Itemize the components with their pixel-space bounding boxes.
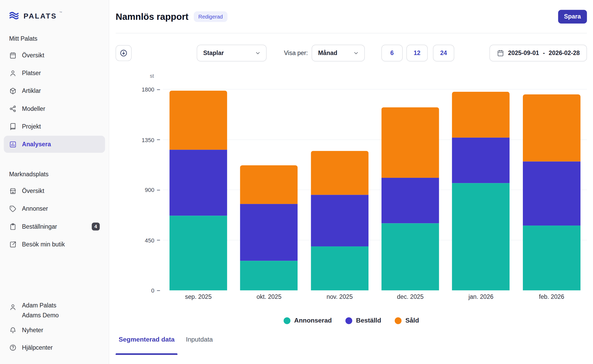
sidebar-item-label: Översikt: [22, 187, 44, 194]
chart-legend: AnnonseradBeställdSåld: [116, 317, 587, 325]
bar-segment-annonserad[interactable]: [311, 246, 368, 290]
sidebar-item-annonser[interactable]: Annonser: [4, 200, 105, 217]
tick-mark: [157, 290, 160, 291]
sidebar-item-nyheter[interactable]: Nyheter: [4, 321, 105, 338]
x-axis-label: sep. 2025: [163, 293, 234, 300]
tag-icon: [9, 205, 17, 213]
stacked-bar[interactable]: [382, 107, 439, 290]
range-12-button[interactable]: 12: [406, 45, 427, 62]
x-axis-label: dec. 2025: [375, 293, 446, 300]
chart-plot: [163, 89, 587, 290]
sidebar-item-analysera[interactable]: Analysera: [4, 136, 105, 153]
app-root: PALATS ™ Mitt Palats Översikt Platser: [0, 0, 593, 364]
save-button[interactable]: Spara: [558, 10, 587, 23]
sidebar-nav-mitt-palats: Översikt Platser Artiklar Modeller: [0, 46, 109, 153]
chart-body: 045090013501800: [116, 89, 587, 290]
range-24-button[interactable]: 24: [433, 45, 454, 62]
bar-segment-bestlld[interactable]: [240, 204, 298, 261]
stacked-bar[interactable]: [170, 90, 227, 290]
bell-icon: [9, 326, 17, 334]
bar-segment-sld[interactable]: [452, 92, 510, 138]
bar-segment-annonserad[interactable]: [382, 223, 439, 290]
bar-group: [516, 89, 587, 290]
sidebar-item-bestallningar[interactable]: Beställningar 4: [4, 218, 105, 235]
tick-mark: [157, 190, 160, 190]
tab-inputdata[interactable]: Inputdata: [186, 336, 213, 355]
y-axis-tick: 900: [145, 187, 160, 193]
sidebar-item-besok-min-butik[interactable]: Besök min butik: [4, 236, 105, 253]
brand-trademark: ™: [59, 11, 62, 14]
orders-count-badge: 4: [92, 222, 100, 230]
sidebar-item-label: Nyheter: [22, 327, 43, 333]
sidebar-item-artiklar[interactable]: Artiklar: [4, 82, 105, 99]
palats-waves-logo-icon: [8, 10, 20, 23]
sidebar-item-oversikt[interactable]: Översikt: [4, 47, 105, 64]
bar-segment-annonserad[interactable]: [523, 226, 580, 290]
sidebar-item-label: Beställningar: [22, 223, 57, 230]
sidebar-item-label: Besök min butik: [22, 241, 65, 248]
chevron-down-icon: [255, 50, 261, 56]
bar-segment-bestlld[interactable]: [452, 137, 510, 183]
bar-segment-bestlld[interactable]: [170, 150, 227, 216]
storefront-icon: [9, 187, 17, 195]
bar-chart-icon: [9, 141, 17, 148]
brand-name: PALATS: [23, 12, 57, 21]
sidebar-heading-mitt-palats[interactable]: Mitt Palats: [0, 31, 109, 46]
main-content: Namnlös rapport Redigerad Spara Staplar …: [109, 0, 593, 364]
status-badge: Redigerad: [194, 11, 227, 22]
legend-item-annonserad[interactable]: Annonserad: [283, 317, 332, 325]
sidebar-nav-marknadsplats: Översikt Annonser Beställningar 4 Besök: [0, 182, 109, 253]
bar-segment-bestlld[interactable]: [311, 195, 368, 246]
legend-label: Beställd: [356, 317, 381, 325]
bar-segment-bestlld[interactable]: [523, 161, 580, 226]
date-range-picker[interactable]: 2025-09-01 - 2026-02-28: [489, 45, 587, 62]
tab-segmenterad-data[interactable]: Segmenterad data: [119, 336, 174, 355]
x-axis-label: feb. 2026: [516, 293, 587, 300]
bar-segment-sld[interactable]: [240, 165, 298, 204]
help-circle-icon: [9, 344, 17, 351]
sidebar-item-projekt[interactable]: Projekt: [4, 118, 105, 135]
period-value: Månad: [318, 50, 337, 56]
chevron-down-icon: [353, 50, 359, 56]
bar-segment-annonserad[interactable]: [170, 216, 227, 290]
period-select[interactable]: Månad: [312, 45, 365, 62]
bar-segment-sld[interactable]: [311, 151, 368, 195]
sidebar-item-platser[interactable]: Platser: [4, 64, 105, 81]
sidebar-heading-marknadsplats[interactable]: Marknadsplats: [0, 167, 109, 182]
chart-toolbar: Staplar Visa per: Månad 6 12 24 2025-09-…: [116, 45, 587, 62]
stacked-bar[interactable]: [523, 94, 580, 290]
brand-logo[interactable]: PALATS ™: [0, 0, 109, 31]
stacked-bar[interactable]: [311, 151, 368, 290]
chart-container: st 045090013501800 sep. 2025okt. 2025nov…: [116, 73, 587, 300]
bar-segment-annonserad[interactable]: [452, 183, 510, 290]
report-header: Namnlös rapport Redigerad Spara: [116, 0, 587, 33]
bar-segment-annonserad[interactable]: [240, 261, 298, 290]
sidebar-item-label: Annonser: [22, 205, 48, 212]
page-title: Namnlös rapport: [116, 11, 188, 22]
profile-name: Adam Palats: [22, 302, 59, 309]
calendar-icon: [9, 51, 17, 59]
user-icon: [9, 302, 17, 319]
range-6-button[interactable]: 6: [381, 45, 402, 62]
legend-item-bestlld[interactable]: Beställd: [346, 317, 381, 325]
legend-dot: [346, 317, 352, 324]
bar-segment-bestlld[interactable]: [382, 178, 439, 223]
stacked-bar[interactable]: [452, 92, 510, 290]
nodes-icon: [9, 105, 17, 112]
sidebar-item-label: Modeller: [22, 105, 45, 112]
user-profile[interactable]: Adam Palats Adams Demo: [4, 300, 105, 321]
sidebar: PALATS ™ Mitt Palats Översikt Platser: [0, 0, 109, 364]
bar-segment-sld[interactable]: [523, 94, 580, 161]
bar-segment-sld[interactable]: [170, 90, 227, 150]
legend-item-sld[interactable]: Såld: [395, 317, 419, 325]
calendar-icon: [497, 49, 504, 57]
tick-mark: [157, 240, 160, 241]
stacked-bar[interactable]: [240, 165, 298, 290]
y-axis-tick: 1800: [142, 86, 160, 93]
sidebar-item-hjalpcenter[interactable]: Hjälpcenter: [4, 339, 105, 356]
download-button[interactable]: [116, 45, 131, 61]
bar-segment-sld[interactable]: [382, 107, 439, 178]
sidebar-item-modeller[interactable]: Modeller: [4, 100, 105, 117]
sidebar-item-marknads-oversikt[interactable]: Översikt: [4, 182, 105, 199]
chart-type-select[interactable]: Staplar: [197, 45, 267, 62]
